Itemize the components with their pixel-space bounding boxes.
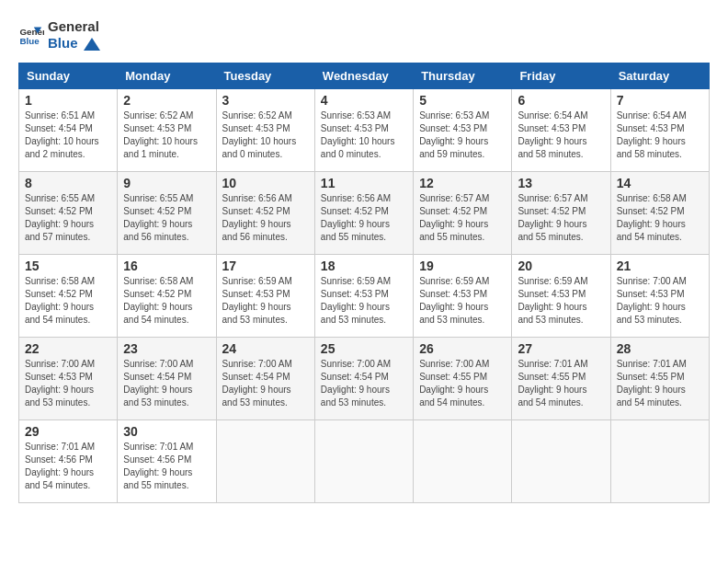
sunset-label: Sunset: 4:53 PM: [25, 372, 93, 382]
calendar-cell: 3 Sunrise: 6:52 AM Sunset: 4:53 PM Dayli…: [216, 89, 314, 172]
calendar-cell: 30 Sunrise: 7:01 AM Sunset: 4:56 PM Dayl…: [118, 420, 216, 503]
day-info: Sunrise: 6:54 AM Sunset: 4:53 PM Dayligh…: [617, 109, 703, 161]
day-info: Sunrise: 6:53 AM Sunset: 4:53 PM Dayligh…: [419, 109, 506, 161]
sunset-label: Sunset: 4:53 PM: [518, 289, 586, 299]
sunrise-label: Sunrise: 7:00 AM: [222, 359, 292, 369]
day-info: Sunrise: 6:56 AM Sunset: 4:52 PM Dayligh…: [321, 192, 407, 244]
sunset-label: Sunset: 4:53 PM: [123, 123, 191, 133]
daylight-label: Daylight: 9 hours and 53 minutes.: [321, 385, 390, 408]
daylight-label: Daylight: 9 hours and 55 minutes.: [123, 467, 192, 490]
header-saturday: Saturday: [610, 63, 709, 89]
sunrise-label: Sunrise: 6:59 AM: [419, 276, 489, 286]
sunset-label: Sunset: 4:56 PM: [25, 454, 93, 465]
day-number: 26: [419, 341, 506, 356]
calendar-cell: 17 Sunrise: 6:59 AM Sunset: 4:53 PM Dayl…: [216, 255, 314, 338]
sunrise-label: Sunrise: 6:57 AM: [419, 193, 489, 203]
sunrise-label: Sunrise: 7:01 AM: [25, 442, 95, 452]
sunrise-label: Sunrise: 6:53 AM: [321, 110, 391, 121]
calendar-cell: 12 Sunrise: 6:57 AM Sunset: 4:52 PM Dayl…: [414, 172, 512, 255]
week-row-2: 8 Sunrise: 6:55 AM Sunset: 4:52 PM Dayli…: [19, 172, 710, 255]
daylight-label: Daylight: 9 hours and 53 minutes.: [123, 385, 192, 408]
day-info: Sunrise: 6:56 AM Sunset: 4:52 PM Dayligh…: [222, 192, 309, 244]
sunrise-label: Sunrise: 7:00 AM: [419, 359, 489, 369]
daylight-label: Daylight: 10 hours and 2 minutes.: [25, 136, 99, 159]
header-thursday: Thursday: [414, 63, 512, 89]
daylight-label: Daylight: 9 hours and 53 minutes.: [617, 302, 686, 325]
day-info: Sunrise: 6:58 AM Sunset: 4:52 PM Dayligh…: [617, 192, 703, 244]
daylight-label: Daylight: 9 hours and 56 minutes.: [123, 219, 192, 242]
calendar-cell: 13 Sunrise: 6:57 AM Sunset: 4:52 PM Dayl…: [512, 172, 610, 255]
day-number: 5: [419, 93, 506, 108]
daylight-label: Daylight: 9 hours and 54 minutes.: [123, 302, 192, 325]
sunrise-label: Sunrise: 6:53 AM: [419, 110, 489, 121]
sunset-label: Sunset: 4:54 PM: [25, 123, 93, 133]
day-number: 14: [617, 176, 703, 190]
sunrise-label: Sunrise: 6:54 AM: [518, 110, 587, 121]
calendar-cell: 24 Sunrise: 7:00 AM Sunset: 4:54 PM Dayl…: [216, 338, 314, 420]
calendar-cell: 7 Sunrise: 6:54 AM Sunset: 4:53 PM Dayli…: [610, 89, 709, 172]
logo: General Blue General Blue: [18, 18, 100, 52]
sunset-label: Sunset: 4:53 PM: [518, 123, 586, 133]
sunset-label: Sunset: 4:52 PM: [25, 289, 93, 299]
sunrise-label: Sunrise: 6:55 AM: [123, 193, 193, 203]
day-info: Sunrise: 6:59 AM Sunset: 4:53 PM Dayligh…: [419, 275, 506, 327]
calendar-cell: 18 Sunrise: 6:59 AM Sunset: 4:53 PM Dayl…: [314, 255, 413, 338]
sunset-label: Sunset: 4:53 PM: [321, 123, 389, 133]
daylight-label: Daylight: 9 hours and 53 minutes.: [222, 302, 291, 325]
day-info: Sunrise: 6:59 AM Sunset: 4:53 PM Dayligh…: [321, 275, 407, 327]
page-header: General Blue General Blue: [18, 18, 710, 52]
sunset-label: Sunset: 4:52 PM: [419, 206, 487, 216]
sunrise-label: Sunrise: 6:58 AM: [25, 276, 95, 286]
svg-marker-3: [84, 38, 100, 51]
sunrise-label: Sunrise: 7:00 AM: [321, 359, 391, 369]
day-info: Sunrise: 7:01 AM Sunset: 4:56 PM Dayligh…: [25, 441, 111, 492]
day-number: 12: [419, 176, 506, 190]
sunset-label: Sunset: 4:52 PM: [518, 206, 586, 216]
calendar-cell: 6 Sunrise: 6:54 AM Sunset: 4:53 PM Dayli…: [512, 89, 610, 172]
sunrise-label: Sunrise: 6:57 AM: [518, 193, 587, 203]
day-info: Sunrise: 7:00 AM Sunset: 4:54 PM Dayligh…: [321, 358, 407, 409]
logo-general: General: [48, 18, 100, 35]
sunset-label: Sunset: 4:53 PM: [321, 289, 389, 299]
day-number: 28: [617, 341, 703, 356]
day-info: Sunrise: 7:00 AM Sunset: 4:55 PM Dayligh…: [419, 358, 506, 409]
sunrise-label: Sunrise: 6:58 AM: [617, 193, 687, 203]
daylight-label: Daylight: 9 hours and 55 minutes.: [321, 219, 390, 242]
sunset-label: Sunset: 4:53 PM: [419, 289, 487, 299]
day-number: 10: [222, 176, 309, 190]
day-number: 1: [25, 93, 111, 108]
sunset-label: Sunset: 4:53 PM: [222, 123, 290, 133]
daylight-label: Daylight: 9 hours and 54 minutes.: [617, 385, 686, 408]
sunrise-label: Sunrise: 7:00 AM: [123, 359, 193, 369]
sunset-label: Sunset: 4:52 PM: [617, 206, 685, 216]
sunrise-label: Sunrise: 7:00 AM: [25, 359, 95, 369]
daylight-label: Daylight: 9 hours and 54 minutes.: [25, 302, 94, 325]
header-tuesday: Tuesday: [216, 63, 314, 89]
sunrise-label: Sunrise: 6:58 AM: [123, 276, 193, 286]
daylight-label: Daylight: 9 hours and 54 minutes.: [518, 385, 586, 408]
calendar-cell: 15 Sunrise: 6:58 AM Sunset: 4:52 PM Dayl…: [19, 255, 118, 338]
week-row-4: 22 Sunrise: 7:00 AM Sunset: 4:53 PM Dayl…: [19, 338, 710, 420]
calendar-cell: 21 Sunrise: 7:00 AM Sunset: 4:53 PM Dayl…: [610, 255, 709, 338]
sunrise-label: Sunrise: 6:55 AM: [25, 193, 95, 203]
daylight-label: Daylight: 10 hours and 0 minutes.: [321, 136, 395, 159]
daylight-label: Daylight: 9 hours and 57 minutes.: [25, 219, 94, 242]
svg-text:Blue: Blue: [19, 36, 40, 46]
calendar-cell: 14 Sunrise: 6:58 AM Sunset: 4:52 PM Dayl…: [610, 172, 709, 255]
sunrise-label: Sunrise: 6:52 AM: [222, 110, 292, 121]
day-info: Sunrise: 7:01 AM Sunset: 4:55 PM Dayligh…: [617, 358, 703, 409]
calendar-cell: 9 Sunrise: 6:55 AM Sunset: 4:52 PM Dayli…: [118, 172, 216, 255]
day-number: 4: [321, 93, 407, 108]
daylight-label: Daylight: 9 hours and 59 minutes.: [419, 136, 488, 159]
day-info: Sunrise: 6:59 AM Sunset: 4:53 PM Dayligh…: [222, 275, 309, 327]
daylight-label: Daylight: 9 hours and 58 minutes.: [617, 136, 686, 159]
day-info: Sunrise: 6:57 AM Sunset: 4:52 PM Dayligh…: [518, 192, 604, 244]
day-info: Sunrise: 7:00 AM Sunset: 4:54 PM Dayligh…: [222, 358, 309, 409]
daylight-label: Daylight: 9 hours and 54 minutes.: [617, 219, 686, 242]
daylight-label: Daylight: 9 hours and 53 minutes.: [321, 302, 390, 325]
day-number: 9: [123, 176, 210, 190]
day-number: 6: [518, 93, 604, 108]
daylight-label: Daylight: 9 hours and 55 minutes.: [419, 219, 488, 242]
day-number: 29: [25, 424, 111, 439]
day-number: 7: [617, 93, 703, 108]
